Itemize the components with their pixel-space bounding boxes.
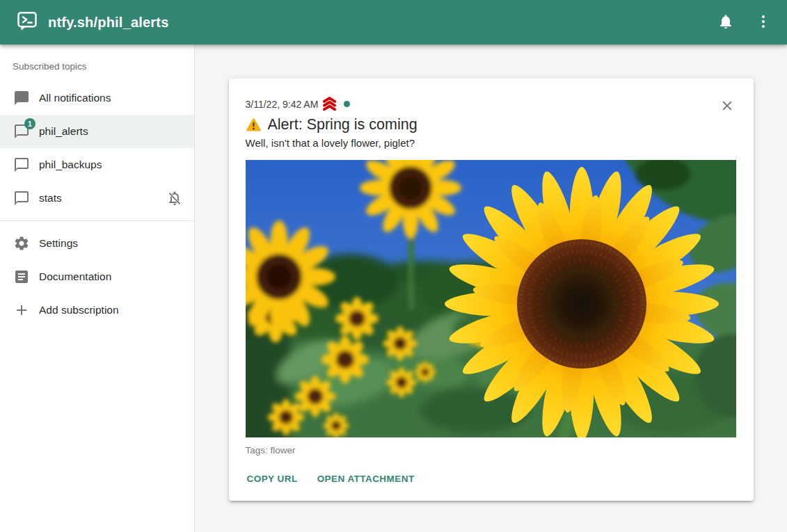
- notification-body: Well, isn't that a lovely flower, piglet…: [246, 137, 737, 149]
- overflow-menu-button[interactable]: [749, 8, 777, 36]
- sidebar-item-settings[interactable]: Settings: [0, 227, 194, 260]
- copy-url-button[interactable]: COPY URL: [246, 467, 299, 491]
- ntfy-logo-icon: [17, 10, 38, 34]
- settings-gear-icon: [13, 235, 30, 252]
- sidebar: Subscribed topics All notifications 1 ph…: [0, 45, 195, 532]
- sidebar-item-all-notifications[interactable]: All notifications: [0, 81, 194, 115]
- sidebar-item-label: Add subscription: [39, 304, 119, 316]
- chat-bubble-outline-icon: [13, 156, 30, 173]
- plus-icon: [13, 302, 30, 319]
- sidebar-item-stats[interactable]: stats: [0, 182, 194, 215]
- sidebar-item-label: All notifications: [39, 92, 111, 104]
- chat-bubble-filled-icon: [13, 90, 30, 106]
- warning-emoji-icon: [246, 117, 262, 133]
- notification-tags: Tags: flower: [246, 445, 737, 456]
- sidebar-divider: [0, 220, 194, 221]
- article-icon: [13, 268, 30, 285]
- close-icon: [720, 98, 735, 115]
- sidebar-item-phil-backups[interactable]: phil_backups: [0, 148, 194, 182]
- chat-bubble-outline-icon: [13, 190, 30, 207]
- sidebar-item-label: Documentation: [39, 271, 111, 283]
- sidebar-item-label: stats: [39, 192, 62, 204]
- app-bar-title: ntfy.sh/phil_alerts: [48, 15, 168, 31]
- notification-meta: 3/11/22, 9:42 AM: [246, 97, 737, 111]
- close-button[interactable]: [716, 95, 738, 118]
- kebab-menu-icon: [755, 13, 772, 32]
- notification-timestamp: 3/11/22, 9:42 AM: [246, 99, 319, 110]
- sidebar-item-documentation[interactable]: Documentation: [0, 260, 194, 293]
- subscribed-topics-label: Subscribed topics: [0, 50, 194, 81]
- bell-icon: [717, 13, 734, 32]
- unread-count-badge: 1: [24, 118, 35, 129]
- notifications-off-icon: [166, 190, 183, 207]
- open-attachment-button[interactable]: OPEN ATTACHMENT: [316, 467, 416, 491]
- app-bar: ntfy.sh/phil_alerts: [0, 0, 787, 45]
- notification-title: Alert: Spring is coming: [246, 116, 737, 134]
- unread-dot: [344, 101, 350, 107]
- priority-max-icon: [321, 97, 337, 111]
- main-content: 3/11/22, 9:42 AM: [195, 45, 787, 532]
- sidebar-item-label: Settings: [39, 237, 78, 250]
- attachment-image[interactable]: [246, 160, 736, 437]
- sidebar-item-label: phil_backups: [39, 159, 102, 171]
- sidebar-item-add-subscription[interactable]: Add subscription: [0, 293, 194, 327]
- notification-actions: COPY URL OPEN ATTACHMENT: [246, 467, 737, 491]
- notifications-bell-button[interactable]: [712, 8, 740, 36]
- notification-title-text: Alert: Spring is coming: [268, 116, 418, 134]
- sidebar-item-phil-alerts[interactable]: 1 phil_alerts: [0, 115, 194, 148]
- notification-card: 3/11/22, 9:42 AM: [229, 79, 754, 501]
- chat-bubble-outline-icon: 1: [13, 123, 30, 140]
- sidebar-item-label: phil_alerts: [39, 125, 88, 138]
